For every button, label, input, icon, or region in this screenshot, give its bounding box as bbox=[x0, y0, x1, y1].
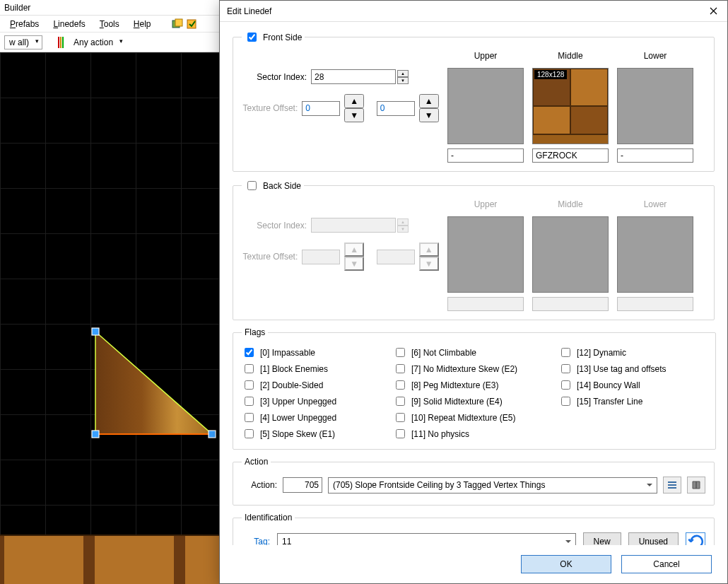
flag-5[interactable]: [5] Slope Skew (E1) bbox=[242, 427, 390, 440]
flag-checkbox-11[interactable] bbox=[396, 429, 405, 438]
filter-combo[interactable]: w all) bbox=[4, 35, 42, 49]
flag-1[interactable]: [1] Block Enemies bbox=[242, 362, 390, 375]
flag-6[interactable]: [6] Not Climbable bbox=[393, 346, 556, 359]
action-number-input[interactable] bbox=[283, 477, 322, 493]
svg-rect-6 bbox=[92, 431, 99, 438]
toolbar-icon-1[interactable] bbox=[172, 18, 183, 30]
flag-checkbox-12[interactable] bbox=[561, 348, 570, 357]
tex-preview-upper[interactable] bbox=[447, 68, 524, 144]
back-side-checkbox[interactable] bbox=[247, 181, 257, 190]
tex-header-lower: Lower bbox=[644, 51, 667, 64]
back-side-checkbox-label[interactable]: Back Side bbox=[245, 179, 301, 192]
action-filter[interactable]: Any action bbox=[69, 36, 126, 49]
cancel-button[interactable]: Cancel bbox=[621, 555, 712, 573]
sector-spin-down[interactable]: ▼ bbox=[397, 77, 409, 84]
svg-rect-7 bbox=[209, 431, 216, 438]
flags-group: Flags [0] Impassable[6] Not Climbable[12… bbox=[233, 327, 716, 450]
flag-0[interactable]: [0] Impassable bbox=[242, 346, 390, 359]
front-side-checkbox[interactable] bbox=[247, 33, 257, 42]
back-sector-label: Sector Index: bbox=[242, 221, 307, 230]
tex-name-lower[interactable] bbox=[617, 148, 693, 163]
tag-label[interactable]: Tag: bbox=[242, 537, 270, 545]
flag-checkbox-1[interactable] bbox=[245, 364, 254, 373]
flag-label-14: [14] Bouncy Wall bbox=[577, 380, 640, 390]
back-offx-up: ▲ bbox=[344, 243, 364, 257]
menu-linedefs[interactable]: Linedefs bbox=[46, 19, 92, 29]
flag-label-8: [8] Peg Midtexture (E3) bbox=[411, 380, 498, 390]
flag-label-13: [13] Use tag and offsets bbox=[577, 364, 667, 374]
flag-label-1: [1] Block Enemies bbox=[260, 364, 328, 374]
flag-label-9: [9] Solid Midtexture (E4) bbox=[411, 397, 503, 407]
flag-9[interactable]: [9] Solid Midtexture (E4) bbox=[393, 395, 556, 408]
tex-header-middle: Middle bbox=[558, 51, 582, 64]
menu-help[interactable]: Help bbox=[127, 19, 158, 29]
offx-spin-up[interactable]: ▲ bbox=[344, 94, 364, 108]
front-side-checkbox-label[interactable]: Front Side bbox=[245, 30, 302, 44]
flag-checkbox-0[interactable] bbox=[245, 348, 254, 357]
flag-14[interactable]: [14] Bouncy Wall bbox=[558, 378, 707, 392]
flag-11[interactable]: [11] No physics bbox=[393, 427, 556, 440]
offy-spin-down[interactable]: ▼ bbox=[419, 108, 439, 122]
flag-checkbox-3[interactable] bbox=[245, 397, 254, 406]
flag-4[interactable]: [4] Lower Unpegged bbox=[242, 411, 390, 424]
flag-checkbox-9[interactable] bbox=[396, 397, 405, 406]
tex-name-upper[interactable] bbox=[447, 148, 524, 163]
undo-icon bbox=[686, 532, 705, 545]
action-select-text: (705) Slope Frontside Ceiling by 3 Tagge… bbox=[333, 480, 545, 490]
back-offy-down: ▼ bbox=[419, 257, 439, 271]
offy-spin-up[interactable]: ▲ bbox=[419, 94, 439, 108]
tex-name-middle[interactable] bbox=[532, 148, 609, 163]
tex-preview-middle[interactable]: 128x128 bbox=[532, 68, 609, 144]
action-browse-button[interactable] bbox=[687, 477, 705, 494]
toolbar-icon-2[interactable] bbox=[186, 18, 197, 30]
back-sector-input bbox=[311, 218, 396, 233]
flag-10[interactable]: [10] Repeat Midtexture (E5) bbox=[393, 411, 556, 424]
action-list-button[interactable] bbox=[663, 477, 681, 494]
flag-8[interactable]: [8] Peg Midtexture (E3) bbox=[393, 378, 556, 392]
back-tex-header-lower: Lower bbox=[644, 199, 667, 212]
flag-checkbox-4[interactable] bbox=[245, 413, 254, 422]
flag-12[interactable]: [12] Dynamic bbox=[558, 346, 707, 359]
flag-checkbox-10[interactable] bbox=[396, 413, 405, 422]
offset-y-input[interactable] bbox=[377, 101, 415, 116]
selected-sector[interactable] bbox=[92, 328, 216, 438]
action-select[interactable]: (705) Slope Frontside Ceiling by 3 Tagge… bbox=[328, 477, 657, 494]
back-offset-label: Texture Offset: bbox=[242, 252, 298, 262]
menu-tools[interactable]: Tools bbox=[93, 19, 127, 29]
flag-label-0: [0] Impassable bbox=[260, 348, 315, 358]
offx-spin-down[interactable]: ▼ bbox=[344, 108, 364, 122]
svg-rect-5 bbox=[92, 328, 99, 335]
flag-13[interactable]: [13] Use tag and offsets bbox=[558, 362, 707, 375]
svg-marker-3 bbox=[95, 332, 212, 434]
flag-2[interactable]: [2] Double-Sided bbox=[242, 378, 390, 392]
flag-checkbox-8[interactable] bbox=[396, 380, 405, 390]
flag-3[interactable]: [3] Upper Unpegged bbox=[242, 395, 390, 408]
flag-checkbox-2[interactable] bbox=[245, 380, 254, 390]
close-button[interactable] bbox=[699, 1, 727, 21]
dialog-titlebar: Edit Linedef bbox=[220, 1, 727, 22]
ok-button[interactable]: OK bbox=[521, 555, 611, 573]
dialog-title: Edit Linedef bbox=[227, 6, 699, 16]
sector-index-input[interactable] bbox=[311, 69, 396, 84]
flag-checkbox-15[interactable] bbox=[561, 397, 570, 406]
sector-spin-up[interactable]: ▲ bbox=[397, 70, 409, 77]
reset-tag-button[interactable] bbox=[686, 532, 705, 545]
flag-checkbox-14[interactable] bbox=[561, 380, 570, 390]
offset-x-input[interactable] bbox=[302, 101, 340, 116]
flag-label-5: [5] Slope Skew (E1) bbox=[260, 429, 335, 439]
front-side-legend: Front Side bbox=[263, 33, 302, 42]
svg-rect-10 bbox=[668, 487, 676, 489]
action-group: Action Action: (705) Slope Frontside Cei… bbox=[233, 457, 715, 506]
new-tag-button[interactable]: New bbox=[583, 532, 621, 545]
unused-tag-button[interactable]: Unused bbox=[628, 532, 679, 545]
back-sector-up: ▲ bbox=[397, 218, 409, 226]
flag-checkbox-5[interactable] bbox=[245, 429, 254, 438]
tex-preview-lower[interactable] bbox=[617, 68, 693, 144]
menu-prefabs[interactable]: Prefabs bbox=[3, 19, 46, 29]
flag-checkbox-13[interactable] bbox=[561, 364, 570, 373]
flag-checkbox-6[interactable] bbox=[396, 348, 405, 357]
tag-select[interactable]: 11 bbox=[277, 533, 576, 545]
flag-15[interactable]: [15] Transfer Line bbox=[558, 395, 707, 408]
flag-checkbox-7[interactable] bbox=[396, 364, 405, 373]
flag-7[interactable]: [7] No Midtexture Skew (E2) bbox=[393, 362, 556, 375]
